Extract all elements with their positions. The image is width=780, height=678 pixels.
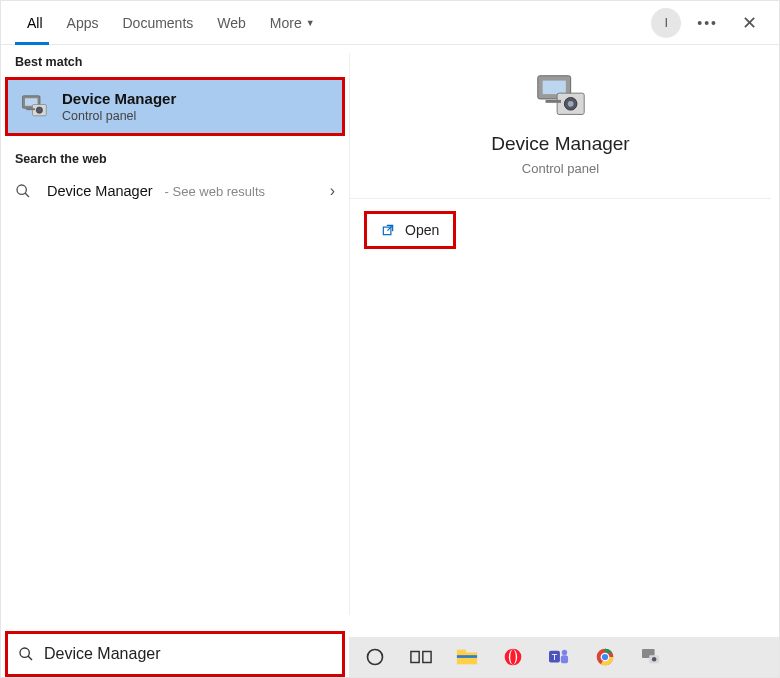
svg-point-5 [17, 185, 26, 194]
open-icon [381, 223, 395, 237]
best-match-subtitle: Control panel [62, 109, 176, 123]
tab-more[interactable]: More ▼ [258, 1, 327, 44]
best-match-text: Device Manager Control panel [62, 90, 176, 123]
opera-icon[interactable] [501, 645, 525, 669]
svg-rect-17 [411, 652, 419, 663]
results-pane: Best match Device Manager Control panel [1, 45, 349, 615]
device-manager-taskbar-icon[interactable] [639, 645, 663, 669]
section-best-match: Best match [1, 45, 349, 75]
tab-documents[interactable]: Documents [110, 1, 205, 44]
svg-point-3 [36, 107, 42, 113]
user-avatar[interactable]: I [651, 8, 681, 38]
svg-line-15 [28, 656, 32, 660]
svg-point-16 [368, 650, 383, 665]
more-options-icon[interactable]: ••• [697, 15, 718, 31]
task-view-icon[interactable] [409, 645, 433, 669]
preview-card: Device Manager Control panel [350, 53, 771, 199]
highlight-open-action: Open [364, 211, 456, 249]
open-action[interactable]: Open [367, 214, 453, 246]
file-explorer-icon[interactable] [455, 645, 479, 669]
preview-pane: Device Manager Control panel Open [349, 53, 771, 615]
svg-rect-20 [457, 650, 466, 655]
svg-point-11 [567, 101, 573, 107]
taskbar: T [349, 637, 779, 677]
close-button[interactable]: ✕ [734, 8, 765, 38]
svg-point-24 [510, 650, 516, 665]
section-search-web: Search the web [1, 142, 349, 172]
svg-rect-12 [545, 100, 560, 103]
preview-subtitle: Control panel [366, 161, 755, 176]
svg-rect-4 [26, 108, 35, 110]
best-match-title: Device Manager [62, 90, 176, 107]
search-input[interactable] [44, 645, 332, 663]
svg-point-14 [20, 648, 29, 657]
best-match-result[interactable]: Device Manager Control panel [8, 80, 342, 133]
web-result-row[interactable]: Device Manager - See web results › [1, 172, 349, 210]
device-manager-icon [20, 92, 50, 122]
svg-rect-8 [542, 81, 565, 95]
svg-text:T: T [552, 652, 558, 662]
search-tabs: All Apps Documents Web More ▼ I ••• ✕ [1, 1, 779, 45]
svg-line-6 [25, 193, 29, 197]
tab-web[interactable]: Web [205, 1, 258, 44]
svg-point-33 [652, 657, 657, 662]
svg-rect-21 [457, 655, 477, 658]
tab-apps[interactable]: Apps [55, 1, 111, 44]
web-result-label: Device Manager [47, 183, 153, 199]
cortana-icon[interactable] [363, 645, 387, 669]
chevron-down-icon: ▼ [306, 18, 315, 28]
search-bar[interactable] [8, 634, 342, 674]
chevron-right-icon: › [330, 182, 335, 200]
preview-title: Device Manager [366, 133, 755, 155]
highlight-best-match: Device Manager Control panel [5, 77, 345, 136]
chrome-icon[interactable] [593, 645, 617, 669]
open-label: Open [405, 222, 439, 238]
teams-icon[interactable]: T [547, 645, 571, 669]
device-manager-large-icon [532, 73, 590, 123]
highlight-search-bar [5, 631, 345, 677]
search-icon [15, 183, 35, 199]
web-result-hint: - See web results [165, 184, 265, 199]
svg-point-27 [562, 650, 567, 655]
tab-all[interactable]: All [15, 1, 55, 44]
tab-more-label: More [270, 15, 302, 31]
svg-point-30 [601, 653, 609, 661]
svg-rect-18 [423, 652, 431, 663]
search-icon [18, 646, 34, 662]
svg-rect-28 [561, 655, 568, 663]
